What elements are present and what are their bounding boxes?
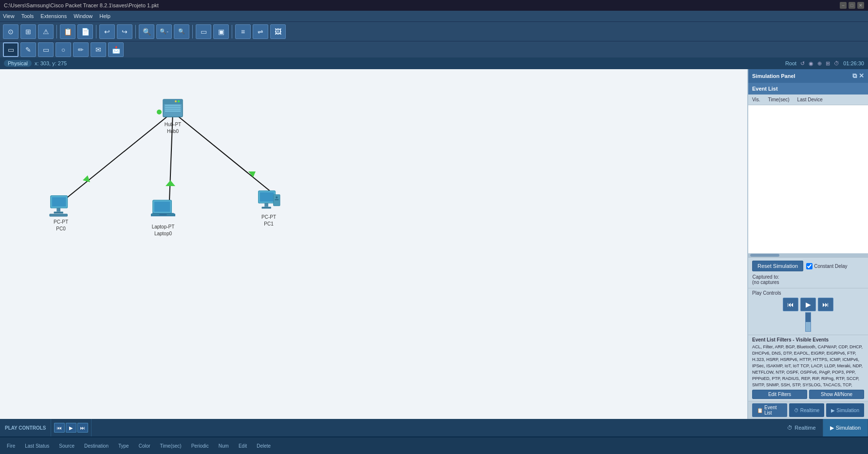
realtime-tab[interactable]: ⏱ Realtime — [789, 403, 824, 417]
tb2-pen[interactable]: ✏ — [73, 42, 89, 57]
constant-delay-label[interactable]: Constant Delay — [806, 263, 847, 269]
tb-paste-btn[interactable]: 📄 — [77, 24, 93, 39]
tb-sep3 — [135, 25, 136, 38]
sim-controls-bar: Reset Simulation Constant Delay Captured… — [748, 257, 868, 288]
simulation-panel: Simulation Panel ⧉ ✕ Event List Vis. Tim… — [747, 69, 868, 419]
window-controls: – □ ✕ — [840, 2, 864, 9]
tb-image-btn[interactable]: 🖼 — [270, 24, 286, 39]
canvas-area[interactable]: Hub-PT Hub0 PC-PT PC0 — [0, 69, 747, 419]
simulation-bottom-tab[interactable]: ▶ Simulation — [823, 419, 868, 436]
pc1-icon — [257, 189, 281, 213]
hub-icon — [161, 96, 185, 120]
sim-panel-title: Simulation Panel — [752, 73, 795, 79]
edit-filters-btn[interactable]: Edit Filters — [752, 390, 807, 399]
maximize-btn[interactable]: □ — [849, 2, 855, 9]
mode-bar: Physical x: 303, y: 275 Root ↺ ◉ ⊕ ⊞ ⏱ 0… — [0, 57, 868, 69]
col-edit: Edit — [236, 443, 250, 449]
mini-back-btn[interactable]: ⏮ — [54, 423, 65, 433]
tb-undo-btn[interactable]: ↩ — [99, 24, 115, 39]
tb-redo-btn[interactable]: ↪ — [117, 24, 132, 39]
play-controls-mini: ⏮ ▶ ⏭ — [51, 419, 92, 436]
realtime-bottom-tab[interactable]: ⏱ Realtime — [780, 419, 823, 436]
svg-rect-17 — [56, 208, 60, 212]
tb-list-btn[interactable]: ≡ — [235, 24, 251, 39]
tb-select-btn[interactable]: ⊙ — [3, 24, 18, 39]
laptop0-label: Laptop-PT Laptop0 — [152, 224, 175, 237]
svg-rect-24 — [260, 192, 274, 202]
realtime-tab-icon: ⏱ — [787, 425, 793, 431]
panel-bottom-tabs: 📋 Event List ⏱ Realtime ▶ Simulation — [748, 401, 868, 419]
hub-node[interactable]: Hub-PT Hub0 — [161, 96, 185, 135]
menu-tools[interactable]: Tools — [21, 13, 34, 19]
event-list-columns: Vis. Time(sec) Last Device — [748, 95, 868, 105]
pc0-label: PC-PT PC0 — [54, 219, 68, 232]
tb-zoom-in-btn[interactable]: 🔍 — [139, 24, 154, 39]
tb2-circle[interactable]: ○ — [55, 42, 71, 57]
tb-zoom-out-btn[interactable]: 🔍- — [156, 24, 172, 39]
simulation-tab-icon: ▶ — [831, 408, 835, 413]
svg-point-28 — [276, 196, 277, 198]
event-list-title: Event List — [752, 86, 778, 92]
menu-help[interactable]: Help — [99, 13, 111, 19]
tb-sep1 — [56, 25, 57, 38]
event-list-tab[interactable]: 📋 Event List — [752, 403, 787, 417]
svg-line-2 — [173, 112, 271, 192]
tb2-mail[interactable]: ✉ — [91, 42, 106, 57]
tb2-rect2[interactable]: ▭ — [38, 42, 54, 57]
mode-pill[interactable]: Physical — [4, 60, 32, 67]
col-type: Type — [115, 443, 132, 449]
svg-rect-29 — [275, 199, 279, 200]
col-source: Source — [56, 443, 77, 449]
simulation-tab[interactable]: ▶ Simulation — [826, 403, 864, 417]
realtime-tab-label: Realtime — [794, 425, 815, 431]
col-device: Last Device — [797, 97, 823, 102]
show-all-none-btn[interactable]: Show All/None — [809, 390, 864, 399]
mini-forward-btn[interactable]: ⏭ — [77, 423, 88, 433]
tb2-mailopen[interactable]: 📩 — [108, 42, 124, 57]
pc1-node[interactable]: PC-PT PC1 — [257, 189, 281, 227]
play-controls-section: Play Controls ⏮ ▶ ⏭ — [748, 288, 868, 335]
col-periodic: Periodic — [188, 443, 212, 449]
tb-switch-btn[interactable]: ⇌ — [253, 24, 268, 39]
tb-copy-btn[interactable]: 📋 — [60, 24, 75, 39]
close-btn[interactable]: ✕ — [857, 2, 864, 9]
nav-btn3[interactable]: ⊞ — [826, 60, 830, 67]
play-speed-slider[interactable] — [805, 312, 811, 332]
tb-zoom-reset-btn[interactable]: 🔍 — [174, 24, 189, 39]
tb-grid-btn[interactable]: ⊞ — [20, 24, 36, 39]
reset-simulation-btn[interactable]: Reset Simulation — [752, 261, 803, 271]
back-btn[interactable]: ↺ — [800, 60, 805, 67]
sim-panel-close-btn[interactable]: ✕ — [859, 72, 864, 80]
tb2-select[interactable]: ▭ — [3, 42, 18, 57]
play-back-btn[interactable]: ⏮ — [783, 298, 798, 311]
clock-icon: ⏱ — [834, 60, 839, 66]
play-play-btn[interactable]: ▶ — [800, 298, 816, 311]
pc1-label: PC-PT PC1 — [261, 214, 276, 227]
menu-window[interactable]: Window — [74, 13, 92, 19]
menu-view[interactable]: View — [3, 13, 15, 19]
constant-delay-checkbox[interactable] — [806, 263, 813, 269]
simulation-tab-label: Simulation — [836, 425, 861, 431]
tb2-pencil[interactable]: ✎ — [20, 42, 36, 57]
simulation-tab-icon: ▶ — [830, 425, 834, 431]
svg-point-13 — [178, 100, 180, 102]
menu-extensions[interactable]: Extensions — [40, 13, 67, 19]
event-list-body[interactable] — [748, 105, 868, 253]
laptop0-node[interactable]: Laptop-PT Laptop0 — [151, 198, 175, 237]
pc0-node[interactable]: PC-PT PC0 — [49, 193, 73, 232]
nav-btn1[interactable]: ◉ — [809, 60, 813, 67]
minimize-btn[interactable]: – — [840, 2, 847, 9]
play-forward-btn[interactable]: ⏭ — [818, 298, 833, 311]
nav-btn2[interactable]: ⊕ — [817, 60, 822, 67]
sim-panel-expand-btn[interactable]: ⧉ — [852, 72, 857, 80]
toolbar2: ▭ ✎ ▭ ○ ✏ ✉ 📩 — [0, 41, 868, 57]
tb-sep5 — [232, 25, 232, 38]
mini-play-btn[interactable]: ▶ — [66, 423, 76, 433]
tb-warn-btn[interactable]: ⚠ — [38, 24, 54, 39]
tb-rect-btn[interactable]: ▭ — [196, 24, 211, 39]
play-slider-container — [752, 311, 864, 333]
tb-fill-rect-btn[interactable]: ▣ — [213, 24, 229, 39]
event-list-scrollbar[interactable] — [748, 253, 868, 257]
mode-right: Root ↺ ◉ ⊕ ⊞ ⏱ 01:26:30 — [785, 60, 864, 67]
col-fire: Fire — [4, 443, 18, 449]
